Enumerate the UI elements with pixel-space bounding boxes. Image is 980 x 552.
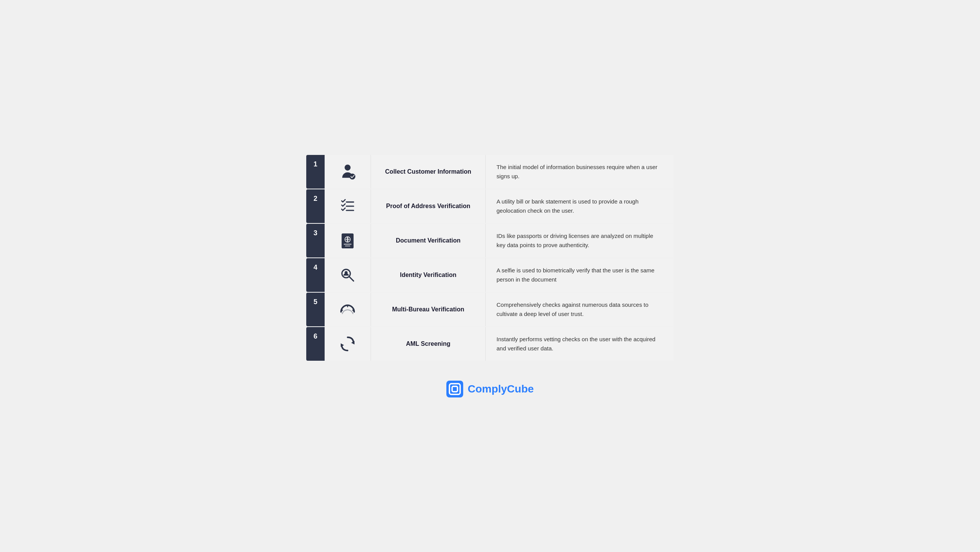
aml-icon bbox=[338, 334, 357, 353]
bureau-icon bbox=[338, 300, 357, 319]
label-cell-5: Multi-Bureau Verification bbox=[371, 293, 485, 326]
label-cell-3: Document Verification bbox=[371, 224, 485, 257]
icon-cell-2 bbox=[325, 189, 371, 223]
step-number-1: 1 bbox=[306, 155, 325, 189]
table-row: 5 Multi-Bureau Verification Comprehensiv… bbox=[306, 293, 674, 326]
label-cell-6: AML Screening bbox=[371, 327, 485, 361]
steps-table: 1 Collect Customer Information The initi… bbox=[306, 155, 674, 361]
table-row: 3 Document Verification IDs like passpor… bbox=[306, 224, 674, 257]
complycube-logo-icon bbox=[446, 381, 463, 397]
svg-line-13 bbox=[349, 276, 354, 281]
desc-cell-3: IDs like passports or driving licenses a… bbox=[485, 224, 674, 257]
desc-cell-6: Instantly performs vetting checks on the… bbox=[485, 327, 674, 361]
table-row: 6 AML Screening Instantly performs vetti… bbox=[306, 327, 674, 361]
desc-cell-4: A selfie is used to biometrically verify… bbox=[485, 258, 674, 292]
desc-cell-2: A utility bill or bank statement is used… bbox=[485, 189, 674, 223]
passport-icon bbox=[338, 231, 357, 250]
desc-cell-1: The initial model of information busines… bbox=[485, 155, 674, 189]
icon-cell-3 bbox=[325, 224, 371, 257]
label-cell-2: Proof of Address Verification bbox=[371, 189, 485, 223]
icon-cell-4 bbox=[325, 258, 371, 292]
step-number-6: 6 bbox=[306, 327, 325, 361]
table-row: 1 Collect Customer Information The initi… bbox=[306, 155, 674, 189]
icon-cell-5 bbox=[325, 293, 371, 326]
step-number-5: 5 bbox=[306, 293, 325, 326]
label-cell-4: Identity Verification bbox=[371, 258, 485, 292]
svg-point-0 bbox=[345, 164, 351, 171]
logo: ComplyCube bbox=[446, 381, 534, 397]
complycube-logo-text: ComplyCube bbox=[468, 383, 534, 395]
face-search-icon bbox=[338, 265, 357, 285]
person-check-icon bbox=[338, 162, 357, 181]
step-number-4: 4 bbox=[306, 258, 325, 292]
icon-cell-1 bbox=[325, 155, 371, 189]
step-number-2: 2 bbox=[306, 189, 325, 223]
table-row: 4 Identity Verification A selfie is used… bbox=[306, 258, 674, 292]
step-number-3: 3 bbox=[306, 224, 325, 257]
label-cell-1: Collect Customer Information bbox=[371, 155, 485, 189]
desc-cell-5: Comprehensively checks against numerous … bbox=[485, 293, 674, 326]
table-row: 2 Proof of Address Verification A utilit… bbox=[306, 189, 674, 223]
checklist-icon bbox=[338, 197, 357, 216]
svg-point-1 bbox=[350, 173, 356, 179]
icon-cell-6 bbox=[325, 327, 371, 361]
